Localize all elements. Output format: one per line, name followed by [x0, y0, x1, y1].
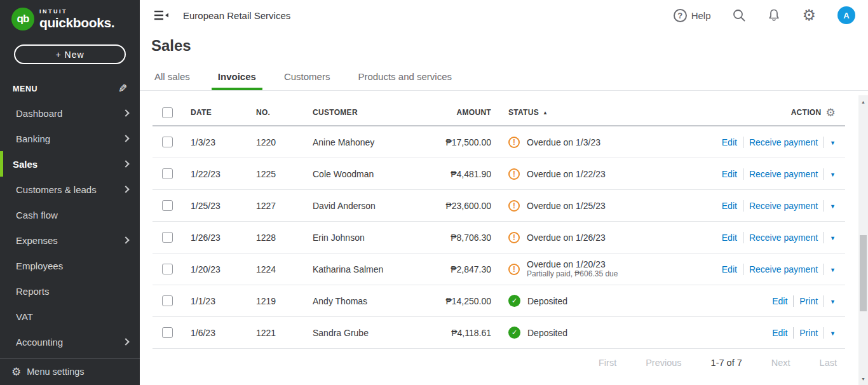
receive-payment-link[interactable]: Receive payment [749, 264, 818, 274]
edit-link[interactable]: Edit [722, 201, 737, 211]
avatar[interactable]: A [837, 6, 855, 24]
action-separator [824, 200, 824, 212]
row-checkbox[interactable] [162, 200, 173, 211]
deposited-check-icon: ✓ [508, 295, 520, 307]
overdue-icon: ! [508, 200, 520, 212]
sidebar-item-customers-leads[interactable]: Customers & leads [0, 177, 140, 202]
sidebar-item-sales[interactable]: Sales [0, 151, 140, 177]
scrollbar-down-arrow-icon[interactable]: ▼ [858, 374, 868, 384]
sidebar-item-label: Reports [16, 286, 50, 297]
row-checkbox[interactable] [162, 168, 173, 179]
tab-customers[interactable]: Customers [278, 71, 337, 90]
row-number: 1228 [256, 233, 313, 243]
action-separator [824, 264, 824, 275]
sidebar-item-dashboard[interactable]: Dashboard [0, 100, 140, 126]
table-settings-gear-icon[interactable]: ⚙ [825, 106, 836, 119]
scrollbar-thumb[interactable] [860, 235, 867, 311]
print-link[interactable]: Print [799, 328, 818, 338]
row-checkbox[interactable] [162, 232, 173, 243]
row-checkbox[interactable] [162, 327, 173, 338]
overdue-icon: ! [508, 232, 520, 243]
dropdown-caret-icon[interactable]: ▼ [830, 202, 836, 210]
column-header-amount[interactable]: AMOUNT [427, 108, 491, 117]
status-main-label: Deposited [527, 296, 567, 306]
tab-invoices[interactable]: Invoices [212, 71, 262, 90]
vertical-scrollbar[interactable]: ▲ ▼ [858, 95, 868, 385]
dropdown-caret-icon[interactable]: ▼ [830, 234, 836, 241]
row-checkbox[interactable] [162, 295, 173, 306]
row-amount: ₱8,706.30 [427, 233, 491, 243]
chevron-right-icon [122, 338, 129, 345]
column-header-date[interactable]: DATE [191, 108, 256, 117]
action-separator [793, 327, 794, 339]
tab-all-sales[interactable]: All sales [148, 71, 196, 90]
column-header-no[interactable]: NO. [256, 108, 313, 117]
row-checkbox[interactable] [162, 264, 173, 274]
action-separator [824, 168, 824, 180]
sidebar-item-expenses[interactable]: Expenses [0, 227, 140, 253]
search-icon[interactable] [732, 8, 746, 22]
row-actions: EditReceive payment▼ [722, 264, 845, 275]
page-last[interactable]: Last [820, 358, 837, 368]
status-text: Overdue on 1/25/23 [527, 201, 606, 211]
row-actions: EditReceive payment▼ [722, 200, 845, 212]
receive-payment-link[interactable]: Receive payment [749, 137, 818, 147]
dropdown-caret-icon[interactable]: ▼ [830, 297, 836, 305]
row-status: !Overdue on 1/26/23 [491, 232, 688, 243]
menu-settings-button[interactable]: ⚙ Menu settings [0, 359, 140, 384]
print-link[interactable]: Print [799, 296, 818, 306]
select-all-checkbox[interactable] [162, 107, 173, 118]
sidebar-item-reports[interactable]: Reports [0, 278, 140, 304]
edit-link[interactable]: Edit [722, 169, 737, 179]
action-separator [743, 264, 743, 275]
sidebar-item-label: Cash flow [16, 210, 58, 220]
column-header-status[interactable]: STATUS ▲ [491, 108, 688, 117]
sidebar-item-employees[interactable]: Employees [0, 253, 140, 278]
row-checkbox-cell [153, 327, 191, 338]
row-customer: Andy Thomas [313, 296, 427, 306]
page-first[interactable]: First [599, 358, 616, 368]
row-amount: ₱4,118.61 [427, 328, 491, 338]
edit-link[interactable]: Edit [722, 264, 737, 274]
dropdown-caret-icon[interactable]: ▼ [830, 138, 836, 146]
settings-gear-icon[interactable]: ⚙ [802, 8, 816, 23]
notifications-bell-icon[interactable] [768, 8, 780, 22]
column-header-customer[interactable]: CUSTOMER [313, 108, 427, 117]
sidebar-item-banking[interactable]: Banking [0, 126, 140, 151]
receive-payment-link[interactable]: Receive payment [749, 201, 818, 211]
logo-text: INTUIT quickbooks. [39, 9, 114, 29]
page-previous[interactable]: Previous [646, 358, 681, 368]
status-main-label: Deposited [527, 328, 567, 338]
row-checkbox-cell [153, 200, 191, 211]
row-checkbox[interactable] [162, 137, 173, 147]
sidebar-item-vat[interactable]: VAT [0, 304, 140, 329]
edit-link[interactable]: Edit [772, 296, 787, 306]
edit-menu-pencil-icon[interactable]: ✎ [118, 82, 127, 95]
edit-link[interactable]: Edit [722, 137, 737, 147]
sidebar-item-accounting[interactable]: Accounting [0, 329, 140, 355]
receive-payment-link[interactable]: Receive payment [749, 233, 818, 243]
edit-link[interactable]: Edit [722, 233, 737, 243]
status-main-label: Overdue on 1/3/23 [527, 137, 600, 147]
status-main-label: Overdue on 1/25/23 [527, 201, 606, 211]
dropdown-caret-icon[interactable]: ▼ [830, 170, 836, 178]
dropdown-caret-icon[interactable]: ▼ [830, 329, 836, 337]
dropdown-caret-icon[interactable]: ▼ [830, 266, 836, 273]
new-button[interactable]: + New [14, 44, 126, 64]
row-amount: ₱4,481.90 [427, 169, 491, 179]
row-checkbox-cell [153, 137, 191, 147]
help-button[interactable]: ? Help [674, 9, 711, 22]
overdue-icon: ! [508, 264, 520, 275]
scrollbar-up-arrow-icon[interactable]: ▲ [858, 97, 868, 107]
row-status: !Overdue on 1/20/23Partially paid, ₱606.… [491, 259, 688, 279]
edit-link[interactable]: Edit [772, 328, 787, 338]
row-date: 1/26/23 [191, 233, 256, 243]
tab-products-and-services[interactable]: Products and services [351, 71, 458, 90]
collapse-sidebar-icon[interactable] [154, 10, 169, 21]
page-next[interactable]: Next [771, 358, 790, 368]
topbar-actions: ? Help ⚙ A [674, 6, 855, 24]
sidebar-item-cash-flow[interactable]: Cash flow [0, 202, 140, 227]
row-number: 1219 [256, 296, 313, 306]
receive-payment-link[interactable]: Receive payment [749, 169, 818, 179]
company-name: European Retail Services [183, 10, 290, 21]
